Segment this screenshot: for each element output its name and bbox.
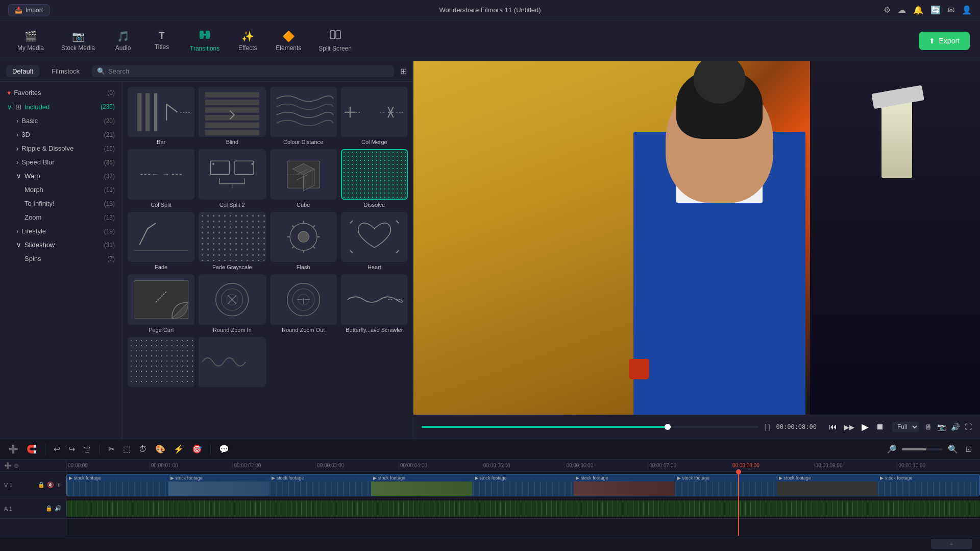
speed-icon[interactable]: ⚡ [172, 442, 186, 456]
screenshot-icon[interactable]: 📷 [937, 423, 946, 431]
play-button[interactable]: ▶ [860, 419, 871, 435]
transition-butterfly[interactable]: Butterfly...ave Scrawler [341, 274, 408, 332]
toolbar-stock-media[interactable]: 📷 Stock Media [54, 26, 102, 56]
add-track-icon[interactable]: ➕ [6, 442, 20, 456]
transition-col-split[interactable]: ← → Col Split [128, 149, 194, 207]
transition-bar[interactable]: Bar [128, 87, 194, 145]
progress-bar[interactable] [422, 426, 758, 428]
sidebar-item-infinity[interactable]: To Infinity! (13) [0, 197, 122, 210]
sidebar-item-spins[interactable]: Spins (7) [0, 252, 122, 266]
notifications-icon[interactable]: 🔔 [913, 5, 923, 15]
zoom-slider[interactable] [902, 448, 943, 450]
volume-icon[interactable]: 🔊 [951, 423, 960, 431]
sidebar-favorites-count: (0) [107, 89, 115, 97]
caption-icon[interactable]: 💬 [217, 442, 231, 456]
mail-icon[interactable]: ✉ [948, 5, 954, 15]
v1-eye-icon[interactable]: 👁 [56, 482, 62, 488]
crop-icon[interactable]: ⬚ [121, 442, 133, 456]
transition-blind[interactable]: Blind [199, 87, 265, 145]
bracket-close: ] [768, 423, 770, 430]
ruler-mark-8: 00:00:08:00 [731, 463, 814, 468]
sidebar-item-included[interactable]: ∨ ⊞ Included (235) [0, 100, 122, 114]
monitor-icon[interactable]: 🖥 [925, 423, 932, 431]
toolbar-split-screen[interactable]: Split Screen [311, 25, 359, 56]
sidebar-item-warp[interactable]: ∨ Warp (37) [0, 169, 122, 183]
transition-heart[interactable]: Heart [341, 212, 408, 270]
clip-label-2: ▶ stock footage [168, 474, 270, 482]
transition-round-zoom-in[interactable]: Round Zoom In [199, 274, 265, 332]
toolbar-effects[interactable]: ✨ Effects [230, 26, 265, 56]
stabilize-icon[interactable]: 🎯 [190, 442, 204, 456]
expand-icon[interactable]: ⛶ [965, 423, 972, 431]
messages-icon[interactable]: 🔄 [930, 5, 941, 15]
settings-icon[interactable]: ⚙ [884, 5, 891, 15]
sidebar-lifestyle-label: Lifestyle [21, 227, 46, 235]
v1-lock-icon[interactable]: 🔒 [38, 482, 45, 488]
export-button[interactable]: ⬆ Export [919, 32, 970, 50]
zoom-out-icon[interactable]: 🔎 [885, 442, 899, 456]
toolbar-transitions[interactable]: Transitions [183, 25, 227, 56]
transition-fade[interactable]: Fade [128, 212, 194, 270]
chevron-right-icon: › [16, 117, 18, 125]
sidebar-item-zoom[interactable]: Zoom (13) [0, 210, 122, 224]
status-bar: ≡ [0, 536, 980, 551]
stop-button[interactable]: ⏹ [874, 420, 886, 434]
clip-segment-3: ▶ stock footage [270, 474, 371, 496]
sidebar-item-favorites[interactable]: ♥ Favorites (0) [0, 86, 122, 100]
transition-flash[interactable]: Flash [270, 212, 337, 270]
user-icon[interactable]: 👤 [962, 5, 972, 15]
transition-colour-distance[interactable]: Colour Distance [270, 87, 337, 145]
sidebar-item-basic[interactable]: › Basic (20) [0, 114, 122, 128]
transition-partial1[interactable] [128, 337, 194, 389]
clip-strip-v1[interactable]: ▶ stock footage ▶ stock footage ▶ stock … [66, 474, 980, 496]
transition-round-zoom-out[interactable]: Round Zoom Out [270, 274, 337, 332]
snap-icon[interactable]: 🧲 [24, 442, 39, 456]
transition-col-merge[interactable]: Col Merge [341, 87, 408, 145]
timeline-add-icon[interactable]: ➕ [4, 462, 12, 469]
transition-fade-grayscale[interactable]: Fade Grayscale [199, 212, 265, 270]
frame-back-button[interactable]: ⏮ [827, 420, 839, 434]
delete-icon[interactable]: 🗑 [81, 443, 93, 456]
history-icon[interactable]: ⏱ [137, 443, 149, 456]
redo-icon[interactable]: ↪ [66, 442, 77, 456]
quality-select[interactable]: Full 1/2 1/4 [892, 422, 919, 432]
toolbar-titles[interactable]: T Titles [144, 27, 180, 55]
sidebar-item-ripple[interactable]: › Ripple & Dissolve (16) [0, 141, 122, 155]
cloud-icon[interactable]: ☁ [898, 5, 906, 15]
heart-icon: ♥ [7, 89, 11, 97]
transition-page-curl[interactable]: Page Curl [128, 274, 194, 332]
play-slow-button[interactable]: ▶▶ [842, 421, 856, 433]
fit-timeline-icon[interactable]: ⊡ [963, 442, 974, 456]
sidebar-item-lifestyle[interactable]: › Lifestyle (19) [0, 224, 122, 238]
transition-partial2[interactable] [199, 337, 265, 389]
tab-default[interactable]: Default [6, 65, 39, 77]
sidebar-item-morph[interactable]: Morph (11) [0, 183, 122, 197]
a1-speaker-icon[interactable]: 🔊 [55, 505, 62, 512]
transition-roundzoomout-label: Round Zoom Out [282, 327, 325, 333]
transition-dissolve[interactable]: Dissolve [341, 149, 408, 207]
cut-icon[interactable]: ✂ [106, 442, 117, 456]
toolbar-my-media[interactable]: 🎬 My Media [10, 26, 51, 56]
mini-monitor-label: ≡ [950, 541, 952, 546]
sidebar-item-3d[interactable]: › 3D (21) [0, 128, 122, 141]
sidebar-item-speedblur[interactable]: › Speed Blur (36) [0, 155, 122, 169]
a1-lock-icon[interactable]: 🔒 [45, 505, 53, 512]
tab-filmstock[interactable]: Filmstock [45, 65, 86, 77]
grid-options-icon[interactable]: ⊞ [400, 66, 407, 76]
transition-col-split-2[interactable]: Col Split 2 [199, 149, 265, 207]
toolbar-elements[interactable]: 🔶 Elements [268, 26, 308, 56]
track-label-v1: V 1 🔒 🔇 👁 [0, 472, 66, 498]
toolbar-audio[interactable]: 🎵 Audio [105, 26, 141, 56]
v1-speaker-icon[interactable]: 🔇 [47, 482, 54, 488]
transition-partial1-thumb [128, 337, 194, 387]
search-input[interactable] [108, 67, 389, 75]
sidebar-item-slideshow[interactable]: ∨ Slideshow (31) [0, 238, 122, 252]
top-bar: 📥 Import Wondershare Filmora 11 (Untitle… [0, 0, 980, 20]
color-icon[interactable]: 🎨 [153, 442, 167, 456]
ruler-mark-9: 00:00:09:00 [814, 463, 897, 468]
transition-cube[interactable]: Cube [270, 149, 337, 207]
zoom-in-icon[interactable]: 🔍 [946, 442, 960, 456]
import-button[interactable]: 📥 Import [8, 4, 50, 16]
undo-icon[interactable]: ↩ [52, 442, 62, 456]
timeline-magnet-icon[interactable]: ⊕ [14, 462, 19, 469]
